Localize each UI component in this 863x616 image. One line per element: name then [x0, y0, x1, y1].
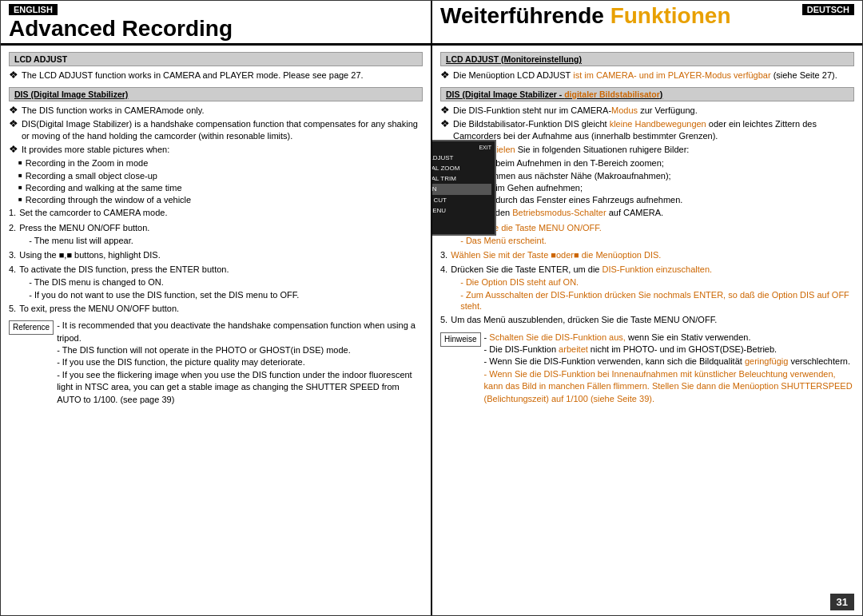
sq-item-3: Recording and walking at the same time: [18, 182, 423, 193]
dis-de-bullet-1: ❖ Die DIS-Funktion steht nur im CAMERA-M…: [440, 105, 854, 116]
bullet-symbol: ❖: [9, 70, 18, 81]
lcd-adjust-header-de: LCD ADJUST (Monitoreinstellung): [440, 52, 854, 66]
deutsch-badge: DEUTSCH: [802, 4, 854, 15]
dis-sq-list-en: Recording in the Zoom in mode Recording …: [18, 157, 423, 205]
hinweise-section: Hinweise - Schalten Sie die DIS-Funktion…: [440, 332, 854, 405]
lcd-adjust-header-en: LCD ADJUST: [9, 52, 423, 66]
step-3-en: 3. Using the ■,■ buttons, highlight DIS.: [9, 249, 423, 261]
dis-bullet-1: ❖ The DIS function works in CAMERAmode o…: [9, 105, 423, 116]
menu-screen-image: MENU EXIT LCK ADJUST DIGITAL ZOOM DIGITA…: [432, 140, 496, 236]
sq-de-item-3: wenn Sie im Gehen aufnehmen;: [450, 182, 854, 193]
lcd-adjust-bullet-de: ❖ Die Menüoption LCD ADJUST ist im CAMER…: [440, 70, 854, 81]
hinweise-content: - Schalten Sie die DIS-Funktion aus, wen…: [484, 332, 854, 405]
step-3-de: 3. Wählen Sie mit der Taste ■oder■ die M…: [440, 249, 854, 261]
sq-de-item-4: wenn Sie durch das Fenster eines Fahrzeu…: [450, 194, 854, 205]
reference-section: Reference - It is recommended that you d…: [9, 320, 423, 406]
content: LCD ADJUST ❖ The LCD ADJUST function wor…: [1, 46, 862, 615]
step-4-de: 4. Drücken Sie die Taste ENTER, um die D…: [440, 264, 854, 312]
lcd-adjust-text: The LCD ADJUST function works in CAMERA …: [22, 70, 364, 81]
lang-badge-en: ENGLISH: [9, 4, 423, 17]
dis-de-bullet-3: ❖ Mit DIS erzielen Sie in folgenden Situ…: [440, 144, 854, 155]
sq-item-2: Recording a small object close-up: [18, 170, 423, 181]
english-badge: ENGLISH: [9, 4, 58, 15]
header-right: DEUTSCH Weiterführende Funktionen: [432, 1, 862, 43]
dis-de-bullet-2: ❖ Die Bildstabilisator-Funktion DIS glei…: [440, 118, 854, 141]
step-5-en: 5. To exit, press the MENU ON/OFF button…: [9, 303, 423, 315]
title-german: Weiterführende Funktionen: [440, 4, 854, 29]
col-left: LCD ADJUST ❖ The LCD ADJUST function wor…: [1, 46, 432, 615]
sq-item-1: Recording in the Zoom in mode: [18, 157, 423, 169]
step-5-de: 5. Um das Menü auszublenden, drücken Sie…: [440, 314, 854, 326]
title-english: Advanced Recording: [9, 17, 423, 42]
lcd-adjust-de-text: LCD ADJUST (Monitoreinstellung): [446, 54, 582, 64]
reference-content: - It is recommended that you deactivate …: [57, 320, 423, 406]
col-right: MENU EXIT LCK ADJUST DIGITAL ZOOM DIGITA…: [432, 46, 862, 615]
dis-header-text: DIS (Digital Image Stabilizer): [14, 89, 128, 99]
dis-sq-list-de: wenn Sie beim Aufnehmen in den T-Bereich…: [450, 157, 854, 205]
dis-header-de: DIS (Digital Image Stabilizer - digitale…: [440, 87, 854, 101]
dis-bullet-3: ❖ It provides more stable pictures when:: [9, 144, 423, 155]
page-number: 31: [830, 594, 854, 610]
title-de-plain: Weiterführende: [440, 3, 610, 28]
title-de-highlight: Funktionen: [610, 3, 731, 28]
step-1-en: 1. Set the camcorder to CAMERA mode.: [9, 207, 423, 219]
header: ENGLISH Advanced Recording DEUTSCH Weite…: [1, 1, 862, 46]
header-left: ENGLISH Advanced Recording: [1, 1, 432, 43]
step-2-en: 2. Press the MENU ON/OFF button. - The m…: [9, 222, 423, 247]
step-4-en: 4. To activate the DIS function, press t…: [9, 264, 423, 300]
page: ENGLISH Advanced Recording DEUTSCH Weite…: [0, 0, 863, 616]
step-2-de: 2. Drücken Sie die Taste MENU ON/OFF. - …: [440, 222, 854, 247]
reference-label: Reference: [9, 320, 54, 335]
dis-header-en: DIS (Digital Image Stabilizer): [9, 87, 423, 101]
sq-de-item-2: bei Aufnahmen aus nächster Nähe (Makroau…: [450, 170, 854, 181]
hinweise-label: Hinweise: [440, 332, 481, 347]
step-1-de: 1. Stellen Sie den Betriebsmodus-Schalte…: [440, 207, 854, 219]
sq-item-4: Recording through the window of a vehicl…: [18, 194, 423, 205]
dis-bullet-2: ❖ DIS(Digital Image Stabilizer) is a han…: [9, 118, 423, 141]
sq-de-item-1: wenn Sie beim Aufnehmen in den T-Bereich…: [450, 157, 854, 169]
lcd-adjust-bullet-en: ❖ The LCD ADJUST function works in CAMER…: [9, 70, 423, 81]
